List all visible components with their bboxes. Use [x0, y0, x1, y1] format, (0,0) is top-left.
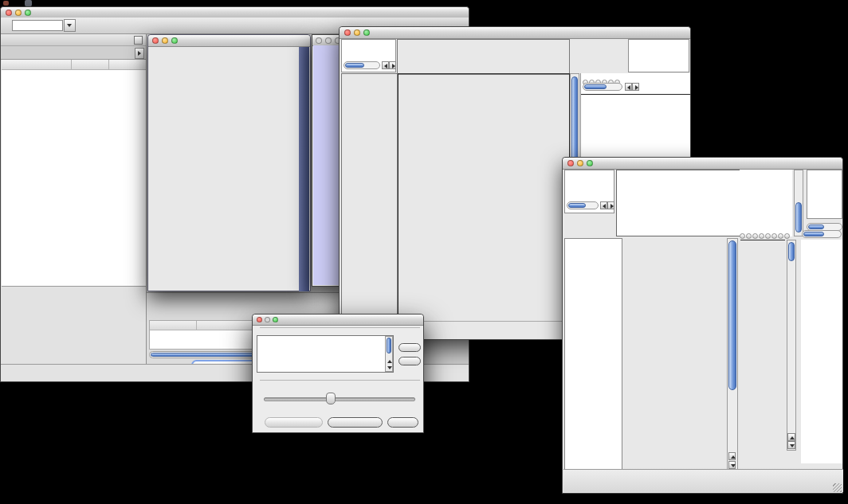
tv2-tool-icon[interactable] — [752, 233, 758, 239]
search-dropdown-button[interactable] — [64, 19, 76, 32]
desktop-icon-1[interactable] — [3, 1, 9, 6]
dialog-titlebar[interactable] — [253, 315, 423, 326]
tv2-tool-icon[interactable] — [778, 233, 783, 239]
move-down-button[interactable] — [398, 357, 421, 365]
tv2-zoomed-heatmap[interactable] — [740, 240, 785, 471]
zoom-button[interactable] — [171, 37, 178, 44]
scroll-up-button[interactable] — [787, 433, 795, 441]
desktop-icon-2[interactable] — [25, 0, 32, 6]
zoom-button[interactable] — [273, 317, 278, 322]
treeview2-window — [562, 157, 843, 494]
tv2-view-status-panel — [564, 170, 614, 213]
tv2-tool-icon[interactable] — [771, 233, 777, 239]
minimize-button[interactable] — [577, 160, 583, 166]
tv2-heatmap-vscrollbar[interactable] — [727, 238, 738, 471]
close-button[interactable] — [316, 37, 322, 44]
done-button[interactable] — [387, 417, 418, 428]
animate-vizmap-button[interactable] — [265, 417, 323, 428]
scroll-right-button[interactable] — [389, 61, 396, 69]
minimize-button[interactable] — [162, 37, 168, 44]
usage-hints-label — [629, 40, 689, 41]
network-view-titlebar[interactable] — [148, 35, 310, 47]
tv1-usage-hints-panel — [628, 39, 689, 72]
tv2-gene-list — [801, 240, 842, 463]
column-header-network[interactable] — [2, 60, 72, 69]
scroll-up-icon[interactable] — [387, 360, 392, 363]
tv1-status-hscrollbar[interactable] — [344, 61, 380, 69]
desktop — [0, 0, 848, 504]
tv2-button-bar — [563, 469, 843, 492]
tv1-column-dendrogram[interactable] — [397, 39, 570, 75]
move-up-button[interactable] — [398, 343, 421, 352]
scroll-right-button[interactable] — [607, 201, 614, 209]
close-button[interactable] — [6, 10, 12, 16]
tv1-column-labels — [575, 39, 610, 72]
tv2-row-dendrogram[interactable] — [564, 238, 622, 472]
tv1-matrix-hscrollbar[interactable] — [583, 83, 622, 91]
scroll-down-button[interactable] — [787, 441, 795, 449]
tv2-tool-icon[interactable] — [784, 233, 790, 239]
network-graph-canvas[interactable] — [149, 47, 300, 291]
scroll-left-button[interactable] — [600, 201, 607, 209]
minimize-button[interactable] — [15, 10, 22, 16]
tv2-usage-hints-panel — [807, 170, 842, 219]
network-overview-thumbnail[interactable] — [2, 287, 146, 363]
column-header-edges[interactable] — [109, 60, 146, 69]
scroll-right-button[interactable] — [632, 83, 639, 91]
map-colors-dialog — [252, 314, 424, 433]
close-button[interactable] — [567, 160, 574, 166]
close-button[interactable] — [152, 37, 159, 44]
search-input[interactable] — [12, 20, 63, 31]
attribute-list-vscrollbar[interactable] — [385, 336, 393, 372]
attribute-list[interactable] — [257, 335, 394, 373]
float-panel-icon[interactable] — [134, 36, 143, 45]
tv2-zoom-vscrollbar[interactable] — [787, 240, 796, 451]
animation-slider-thumb[interactable] — [326, 393, 336, 404]
scroll-up-button[interactable] — [728, 452, 736, 460]
usage-hints-label — [807, 170, 842, 171]
animation-slider-track[interactable] — [264, 397, 415, 401]
tv2-column-labels — [740, 170, 792, 236]
tv2-tool-icon[interactable] — [746, 233, 752, 239]
scroll-left-button[interactable] — [625, 83, 632, 91]
minimize-button[interactable] — [265, 317, 270, 322]
tv2-tool-icon[interactable] — [759, 233, 764, 239]
view-status-label — [565, 170, 614, 171]
minimize-button[interactable] — [354, 29, 360, 36]
control-panel — [1, 34, 147, 364]
zoom-button[interactable] — [587, 160, 593, 166]
tv1-row-dendrogram[interactable] — [341, 73, 398, 324]
tv1-heatmap[interactable] — [398, 73, 570, 324]
control-panel-tabs — [1, 46, 146, 60]
treeview2-titlebar[interactable] — [563, 158, 842, 170]
zoom-button[interactable] — [25, 10, 31, 16]
scroll-left-button[interactable] — [382, 61, 389, 69]
tv2-column-dendrogram[interactable] — [618, 191, 638, 236]
close-button[interactable] — [344, 29, 351, 36]
close-button[interactable] — [257, 317, 262, 322]
tv1-view-status-panel — [341, 39, 396, 72]
data-col-id[interactable] — [150, 321, 197, 330]
create-vizmap-button[interactable] — [328, 417, 383, 428]
view-status-label — [342, 40, 395, 41]
scroll-down-icon[interactable] — [387, 366, 392, 369]
tv2-genelist-hscrollbar[interactable] — [802, 230, 842, 238]
tv2-heatmap[interactable] — [621, 234, 726, 471]
tv2-tool-icon[interactable] — [765, 233, 771, 239]
resize-grip[interactable] — [833, 483, 842, 492]
minimize-button[interactable] — [325, 37, 332, 44]
column-header-nodes[interactable] — [72, 60, 109, 69]
network-view-window — [147, 34, 311, 291]
chevron-right-icon — [138, 51, 141, 56]
treeview1-titlebar[interactable] — [340, 27, 690, 39]
main-titlebar[interactable] — [1, 7, 469, 18]
zoom-button[interactable] — [363, 29, 370, 36]
network-view-right-divider[interactable] — [299, 47, 309, 291]
tv2-top-vscrollbar[interactable] — [794, 170, 803, 236]
scroll-down-button[interactable] — [728, 461, 736, 469]
tab-overflow-button[interactable] — [135, 48, 144, 59]
tv2-tool-icon[interactable] — [740, 233, 745, 239]
chevron-down-icon — [67, 24, 72, 27]
tv1-correlation-matrix[interactable] — [583, 96, 633, 135]
tv2-status-hscrollbar[interactable] — [567, 201, 599, 209]
